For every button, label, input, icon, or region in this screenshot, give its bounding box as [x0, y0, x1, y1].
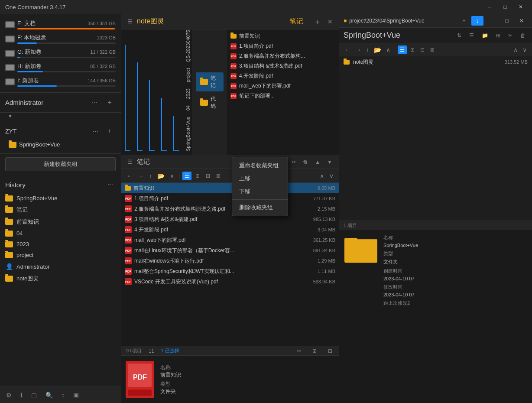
right-close[interactable]: ✕ [516, 16, 528, 26]
info-button[interactable]: ℹ [18, 390, 25, 400]
tree-file-3[interactable]: PDF 3.项目结构 &技术&措建.pdf [227, 61, 339, 71]
file-row-4[interactable]: PDF 4.开发阶段.pdf 3.04 MB [121, 224, 339, 235]
right-new-tab[interactable]: ＋ [459, 16, 469, 26]
favorite-springboot[interactable]: SpringBoot+Vue [5, 139, 116, 150]
history-item-project[interactable]: project [0, 250, 121, 260]
drive-H[interactable]: H: 新加卷 85 / 322 GB [0, 60, 121, 75]
history-item-04[interactable]: 04 [0, 228, 121, 239]
nav-open[interactable]: 📂 [156, 172, 166, 180]
context-move-down[interactable]: 下移 [232, 185, 288, 198]
file-row-qianzhi[interactable]: 前置知识 9.05 MB [121, 183, 339, 193]
right-cut[interactable]: ✂ [506, 31, 515, 40]
drive-I[interactable]: I: 新加卷 144 / 356 GB [0, 75, 121, 89]
right-minimize[interactable]: ─ [486, 16, 498, 26]
file-row-5[interactable]: PDF mall_web下的部署.pdf 361.25 KB [121, 235, 339, 245]
sort-button[interactable]: ↕ [59, 390, 67, 400]
view-grid[interactable]: ⊞ [193, 172, 202, 180]
right-nav-forward[interactable]: → [354, 46, 363, 54]
file-row-9[interactable]: PDF VSCode 开发工具安装说明(Vue).pdf 593.94 KB [121, 276, 339, 287]
history-item-springboot[interactable]: SpringBoot+Vue [0, 193, 121, 204]
new-group-button[interactable]: 新建收藏夹组 [5, 157, 116, 171]
right-copy-p[interactable]: ⊞ [494, 31, 503, 40]
subfolder-notes[interactable]: 笔记 [196, 72, 224, 91]
paste-action[interactable]: ⊡ [326, 347, 334, 355]
right-nav-back[interactable]: ← [343, 46, 352, 54]
subfolder-code[interactable]: 代码 [196, 93, 224, 112]
drive-E[interactable]: E: 文档 350 / 351 GB [0, 17, 121, 32]
history-item-qianzhi[interactable]: 前置知识 [0, 216, 121, 228]
left-panel-menu-btn[interactable]: ☰ [126, 17, 134, 26]
tree-file-4[interactable]: PDF 4.开发阶段.pdf [227, 71, 339, 81]
maximize-button[interactable]: □ [499, 2, 511, 12]
window-button[interactable]: ▢ [29, 390, 39, 400]
drive-F[interactable]: F: 本地磁盘 1023 GB [0, 32, 121, 46]
close-button[interactable]: ✕ [515, 2, 527, 12]
cut-btn[interactable]: ✂ [289, 158, 298, 166]
right-nav-expand[interactable]: ∧ [384, 46, 392, 54]
view-list-active[interactable]: ☰ [182, 172, 191, 180]
zyt-add-button[interactable]: ＋ [104, 126, 116, 136]
scroll-down[interactable]: ∨ [328, 172, 335, 180]
settings-button[interactable]: ⚙ [3, 390, 14, 400]
file-row-6[interactable]: PDF mall在Linux环境下的部署（基于Docker容... 891.84… [121, 245, 339, 256]
copy-action[interactable]: ⊞ [310, 347, 319, 355]
zyt-menu-button[interactable]: ··· [90, 127, 101, 136]
user-menu-button[interactable]: ··· [89, 98, 100, 107]
drive-G[interactable]: G: 新加卷 11 / 322 GB [0, 46, 121, 60]
search-button[interactable]: 🔍 [43, 390, 55, 400]
terminal-button[interactable]: ▣ [71, 390, 81, 400]
history-item-admin[interactable]: 👤 Administrator [0, 260, 121, 273]
right-file-note-tuling[interactable]: note图灵 313.52 MB [339, 56, 532, 68]
user-section[interactable]: Administrator ··· ＋ [0, 93, 121, 113]
file-row-1[interactable]: PDF 1.项目简介.pdf 771.37 KB [121, 193, 339, 204]
right-nav-open[interactable]: 📂 [372, 46, 383, 54]
nav-expand[interactable]: ∧ [168, 172, 176, 180]
right-scroll-down[interactable]: ∨ [521, 46, 529, 54]
file-row-8[interactable]: PDF mall整合SpringSecurity和JWT实现认证和... 1.1… [121, 266, 339, 276]
tree-path-item-0[interactable]: QS-202304075LOA [185, 29, 191, 62]
right-new-f[interactable]: 📁 [480, 31, 490, 40]
history-menu-button[interactable]: ··· [105, 180, 116, 189]
right-view-tree[interactable]: ⊟ [418, 46, 427, 54]
tree-path-item-1[interactable]: project [185, 68, 191, 82]
file-row-3[interactable]: PDF 3.项目结构 &技术&措建.pdf 985.13 KB [121, 214, 339, 224]
cut-action[interactable]: ✂ [295, 347, 303, 355]
right-view-dual[interactable]: ⊠ [428, 46, 437, 54]
context-delete[interactable]: 删除收藏夹组 [232, 201, 288, 214]
context-rename[interactable]: 重命名收藏夹组 [232, 159, 288, 172]
right-view-list[interactable]: ☰ [398, 46, 407, 54]
history-item-notes[interactable]: 笔记 [0, 204, 121, 216]
collapse-btn[interactable]: ▲ [313, 158, 322, 166]
user-add-button[interactable]: ＋ [104, 97, 116, 108]
minimize-button[interactable]: ─ [483, 2, 496, 12]
right-view-grid[interactable]: ⊞ [408, 46, 417, 54]
history-item-note-tuling[interactable]: note图灵 [0, 273, 121, 285]
tree-path-item-2[interactable]: 2023 [185, 88, 191, 99]
file-row-7[interactable]: PDF mall在windows环境下运行.pdf 1.29 MB [121, 256, 339, 266]
right-nav-up[interactable]: ↑ [364, 46, 371, 54]
tree-path-item-4[interactable]: SpringBoot+Vue [185, 117, 191, 151]
history-item-2023[interactable]: 2023 [0, 239, 121, 250]
right-list[interactable]: ☰ [467, 31, 476, 40]
tree-file-1[interactable]: PDF 1.项目简介.pdf [227, 41, 339, 51]
tree-file-qianzhi[interactable]: 前置知识 [227, 31, 339, 41]
right-del[interactable]: 🗑 [518, 31, 528, 40]
user-chevron[interactable]: ▼ [5, 113, 15, 120]
left-tab-add-button[interactable]: ＋ [312, 16, 323, 27]
right-sort[interactable]: ⇅ [455, 31, 464, 40]
delete-btn[interactable]: 🗑 [301, 158, 310, 166]
right-upload-button[interactable]: ↓ [471, 16, 483, 26]
view-dual[interactable]: ⊠ [214, 172, 223, 180]
expand-btn[interactable]: ▼ [325, 158, 334, 166]
left-panel-close-button[interactable]: ✕ [326, 18, 334, 25]
file-row-2[interactable]: PDF 2.服务端高并发分布式架构演进之路.pdf 2.15 MB [121, 204, 339, 214]
tree-file-2[interactable]: PDF 2.服务端高并发分布式架构... [227, 51, 339, 61]
tree-file-6[interactable]: PDF 笔记下的部署... [227, 91, 339, 101]
view-tree[interactable]: ⊟ [204, 172, 212, 180]
scroll-up[interactable]: ∧ [318, 172, 326, 180]
context-move-up[interactable]: 上移 [232, 172, 288, 185]
nav-up[interactable]: ↑ [147, 172, 154, 180]
right-scroll-up[interactable]: ∧ [512, 46, 519, 54]
nav-back[interactable]: ← [125, 172, 134, 180]
right-maximize[interactable]: □ [501, 16, 513, 26]
